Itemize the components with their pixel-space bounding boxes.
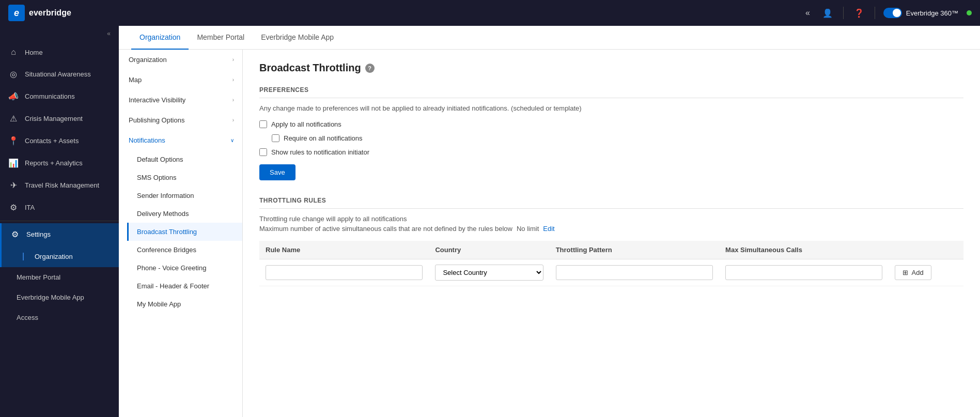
sidebar-label-communications: Communications: [25, 92, 75, 100]
notifications-sub-menu: Default Options SMS Options Sender Infor…: [119, 150, 242, 313]
sec-sidebar-label-sms-options: SMS Options: [137, 174, 177, 181]
back-nav-icon[interactable]: «: [803, 6, 812, 20]
edit-limit-link[interactable]: Edit: [543, 225, 554, 233]
sidebar-item-travel-risk[interactable]: ✈ Travel Risk Management: [0, 174, 119, 196]
add-icon: ⊞: [903, 269, 908, 276]
no-limit-badge: No limit: [517, 225, 539, 233]
sec-sidebar-item-conference-bridges[interactable]: Conference Bridges: [127, 241, 242, 259]
home-icon: ⌂: [8, 48, 19, 57]
sidebar-item-settings[interactable]: ⚙ Settings: [0, 223, 119, 245]
require-all-label: Require on all notifications: [284, 134, 362, 142]
top-navigation: e everbridge « 👤 ❓ Everbridge 360™: [0, 0, 980, 26]
sec-sidebar-item-broadcast-throttling[interactable]: Broadcast Throttling: [127, 223, 242, 241]
logo[interactable]: e everbridge: [8, 5, 71, 21]
rule-name-input[interactable]: [266, 265, 423, 280]
page-help-icon[interactable]: ?: [365, 64, 375, 73]
sec-sidebar-item-sender-information[interactable]: Sender Information: [127, 187, 242, 205]
secondary-sidebar: Organization › Map › Interactive Visibil…: [119, 50, 243, 417]
sec-sidebar-label-delivery-methods: Delivery Methods: [137, 210, 189, 218]
max-simultaneous-calls-cell: [719, 259, 889, 286]
everbridge360-toggle[interactable]: [883, 8, 902, 18]
toggle-label: Everbridge 360™: [906, 9, 958, 17]
rule-name-cell: [259, 259, 429, 286]
show-rules-checkbox[interactable]: [259, 148, 267, 156]
col-header-throttling-pattern: Throttling Pattern: [550, 241, 719, 259]
nav-left: e everbridge: [8, 5, 71, 21]
tab-member-portal[interactable]: Member Portal: [189, 26, 253, 50]
nav-divider: [843, 7, 844, 19]
settings-icon: ⚙: [10, 229, 20, 239]
tab-everbridge-mobile-app[interactable]: Everbridge Mobile App: [253, 26, 342, 50]
sidebar-collapse-button[interactable]: «: [0, 26, 119, 41]
max-simultaneous-calls-input[interactable]: [725, 265, 882, 280]
sec-sidebar-item-notifications[interactable]: Notifications ∨: [119, 130, 242, 150]
sec-sidebar-item-publishing-options[interactable]: Publishing Options ›: [119, 110, 242, 130]
sidebar-label-access: Access: [17, 314, 38, 321]
preferences-section-title: PREFERENCES: [259, 86, 963, 98]
sec-sidebar-item-delivery-methods[interactable]: Delivery Methods: [127, 205, 242, 223]
sidebar-item-ita[interactable]: ⚙ ITA: [0, 196, 119, 219]
sidebar-item-communications[interactable]: 📣 Communications: [0, 85, 119, 107]
sidebar-label-everbridge-mobile-app: Everbridge Mobile App: [17, 294, 84, 301]
sidebar-label-travel-risk: Travel Risk Management: [25, 181, 99, 189]
help-icon[interactable]: ❓: [852, 6, 866, 20]
sec-sidebar-item-email-header-footer[interactable]: Email - Header & Footer: [127, 277, 242, 295]
sec-sidebar-item-map[interactable]: Map ›: [119, 70, 242, 90]
logo-icon: e: [8, 5, 25, 21]
show-rules-label: Show rules to notification initiator: [271, 148, 369, 156]
sec-sidebar-label-publishing-options: Publishing Options: [129, 116, 184, 124]
sec-sidebar-item-my-mobile-app[interactable]: My Mobile App: [127, 295, 242, 313]
sidebar-label-member-portal: Member Portal: [17, 273, 60, 281]
show-rules-checkbox-row: Show rules to notification initiator: [259, 148, 963, 156]
sidebar-item-contacts-assets[interactable]: 📍 Contacts + Assets: [0, 130, 119, 152]
country-select[interactable]: Select Country: [435, 265, 543, 281]
sec-sidebar-label-default-options: Default Options: [137, 156, 183, 163]
sec-sidebar-label-organization: Organization: [129, 56, 167, 64]
sidebar-item-member-portal[interactable]: Member Portal: [0, 267, 119, 287]
ita-icon: ⚙: [8, 203, 19, 212]
col-header-max-simultaneous-calls: Max Simultaneous Calls: [719, 241, 889, 259]
preferences-description: Any change made to preferences will not …: [259, 104, 963, 112]
sidebar-item-situational-awareness[interactable]: ◎ Situational Awareness: [0, 63, 119, 85]
chevron-right-icon-map: ›: [232, 77, 234, 83]
sec-sidebar-item-organization[interactable]: Organization ›: [119, 50, 242, 70]
sec-sidebar-label-phone-voice-greeting: Phone - Voice Greeting: [137, 264, 206, 272]
sec-sidebar-label-map: Map: [129, 76, 142, 84]
sidebar-label-ita: ITA: [25, 204, 35, 211]
tab-organization[interactable]: Organization: [131, 26, 189, 50]
sidebar-item-access[interactable]: Access: [0, 307, 119, 328]
col-header-rule-name: Rule Name: [259, 241, 429, 259]
chevron-right-icon-iv: ›: [232, 97, 234, 103]
new-rule-row: Select Country: [259, 259, 963, 286]
sec-sidebar-item-interactive-visibility[interactable]: Interactive Visibility ›: [119, 90, 242, 110]
sidebar-label-organization: Organization: [35, 253, 73, 260]
chevron-right-icon: ›: [232, 57, 234, 63]
organization-icon: |: [18, 252, 28, 261]
throttling-pattern-input[interactable]: [556, 265, 713, 280]
sec-sidebar-item-phone-voice-greeting[interactable]: Phone - Voice Greeting: [127, 259, 242, 277]
throttling-description: Throttling rule change will apply to all…: [259, 215, 963, 223]
tabs-bar: Organization Member Portal Everbridge Mo…: [119, 26, 980, 50]
sec-sidebar-label-notifications: Notifications: [129, 136, 165, 144]
sidebar-item-reports-analytics[interactable]: 📊 Reports + Analytics: [0, 152, 119, 174]
sec-sidebar-item-sms-options[interactable]: SMS Options: [127, 168, 242, 187]
sidebar-item-organization[interactable]: | Organization: [0, 245, 119, 267]
add-rule-button[interactable]: ⊞ Add: [895, 265, 931, 280]
user-icon[interactable]: 👤: [820, 6, 835, 20]
situational-awareness-icon: ◎: [8, 69, 19, 79]
sidebar-item-everbridge-mobile-app[interactable]: Everbridge Mobile App: [0, 287, 119, 307]
content-area: Organization Member Portal Everbridge Mo…: [119, 26, 980, 417]
require-all-checkbox[interactable]: [272, 134, 279, 142]
nav-divider-2: [875, 7, 875, 19]
sidebar-label-settings: Settings: [26, 230, 51, 238]
left-sidebar: « ⌂ Home ◎ Situational Awareness 📣 Commu…: [0, 26, 119, 417]
apply-all-checkbox[interactable]: [259, 120, 267, 128]
sidebar-item-home[interactable]: ⌂ Home: [0, 41, 119, 63]
save-button[interactable]: Save: [259, 164, 295, 180]
main-panel: Broadcast Throttling ? PREFERENCES Any c…: [243, 50, 980, 417]
sidebar-item-crisis-management[interactable]: ⚠ Crisis Management: [0, 107, 119, 130]
travel-risk-icon: ✈: [8, 180, 19, 190]
max-calls-label: Maximum number of active simultaneous ca…: [259, 225, 512, 233]
sec-sidebar-item-default-options[interactable]: Default Options: [127, 150, 242, 168]
sec-sidebar-label-interactive-visibility: Interactive Visibility: [129, 96, 185, 104]
